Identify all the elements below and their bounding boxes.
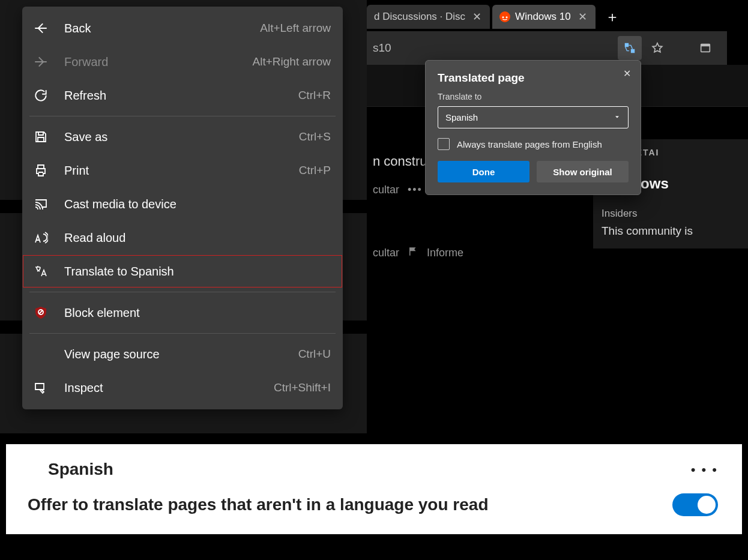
menu-label: Inspect <box>64 381 274 395</box>
inspect-icon <box>33 380 49 396</box>
popover-title: Translated page <box>438 71 629 85</box>
menu-label: Refresh <box>64 89 298 103</box>
translate-icon[interactable] <box>618 36 642 60</box>
translate-to-label: Translate to <box>438 92 629 101</box>
page-text-fragment: cultar <box>373 184 399 196</box>
always-translate-checkbox[interactable]: Always translate pages from English <box>438 138 629 150</box>
ublock-icon <box>33 305 49 321</box>
menu-shortcut: Ctrl+R <box>298 89 331 102</box>
menu-shortcut: Ctrl+U <box>298 348 331 361</box>
read-aloud-icon <box>33 230 49 245</box>
context-menu: Back Alt+Left arrow Forward Alt+Right ar… <box>22 7 343 409</box>
menu-inspect[interactable]: Inspect Ctrl+Shift+I <box>22 371 343 405</box>
community-subtitle: Insiders <box>602 208 740 220</box>
print-icon <box>33 163 49 178</box>
svg-point-1 <box>502 16 504 18</box>
menu-label: Cast media to device <box>64 197 331 211</box>
chevron-down-icon <box>614 112 621 122</box>
menu-read-aloud[interactable]: Read aloud <box>22 221 343 254</box>
community-description: This community is <box>602 224 740 238</box>
menu-block-element[interactable]: Block element <box>22 296 343 330</box>
reddit-icon <box>499 11 510 22</box>
menu-back[interactable]: Back Alt+Left arrow <box>22 11 343 45</box>
translate-language-select[interactable]: Spanish <box>438 106 629 128</box>
menu-cast[interactable]: Cast media to device <box>22 187 343 221</box>
tab-discussions[interactable]: d Discussions · Disc ✕ <box>367 5 490 29</box>
close-icon[interactable]: ✕ <box>576 10 590 23</box>
reading-view-icon[interactable] <box>693 36 717 60</box>
offer-translate-label: Offer to translate pages that aren't in … <box>28 495 489 514</box>
menu-divider <box>29 116 336 116</box>
translate-icon <box>33 263 49 279</box>
menu-label: Print <box>64 164 299 178</box>
save-icon <box>33 129 49 145</box>
menu-refresh[interactable]: Refresh Ctrl+R <box>22 79 343 112</box>
menu-label: Save as <box>64 130 299 144</box>
menu-divider <box>29 333 336 334</box>
svg-point-0 <box>499 11 510 22</box>
show-original-button[interactable]: Show original <box>537 161 629 182</box>
menu-shortcut: Ctrl+Shift+I <box>274 381 331 394</box>
menu-label: View page source <box>64 348 298 361</box>
menu-shortcut: Alt+Right arrow <box>253 55 331 68</box>
checkbox-box <box>438 138 450 150</box>
language-settings-card: Spanish • • • Offer to translate pages t… <box>6 444 742 534</box>
close-icon[interactable]: ✕ <box>470 10 484 23</box>
more-icon[interactable]: ••• <box>408 184 423 196</box>
svg-rect-4 <box>701 44 710 47</box>
address-fragment: s10 <box>367 41 391 55</box>
tab-label: d Discussions · Disc <box>374 11 465 23</box>
select-value: Spanish <box>445 112 478 122</box>
refresh-icon <box>33 88 49 103</box>
menu-print[interactable]: Print Ctrl+P <box>22 154 343 187</box>
more-icon[interactable]: • • • <box>691 462 718 478</box>
cast-icon <box>33 196 49 212</box>
page-text-fragment: cultar <box>373 247 399 259</box>
menu-label: Read aloud <box>64 231 331 245</box>
menu-label: Translate to Spanish <box>64 265 331 278</box>
translate-popover: ✕ Translated page Translate to Spanish A… <box>425 60 641 195</box>
tab-label: Windows 10 <box>515 11 571 23</box>
report-label[interactable]: Informe <box>427 247 463 259</box>
language-name: Spanish <box>48 460 718 479</box>
menu-divider <box>29 292 336 292</box>
close-icon[interactable]: ✕ <box>623 68 631 79</box>
tab-strip: d Discussions · Disc ✕ Windows 10 ✕ ＋ <box>367 5 623 29</box>
menu-shortcut: Alt+Left arrow <box>260 22 331 35</box>
flag-icon[interactable] <box>408 246 418 260</box>
menu-shortcut: Ctrl+P <box>299 164 331 177</box>
new-tab-button[interactable]: ＋ <box>602 6 623 28</box>
done-button[interactable]: Done <box>438 161 529 182</box>
svg-point-2 <box>506 16 508 18</box>
toggle-knob <box>698 496 716 514</box>
menu-translate[interactable]: Translate to Spanish <box>22 254 343 288</box>
back-arrow-icon <box>33 20 49 36</box>
favorite-star-icon[interactable] <box>645 36 669 60</box>
menu-label: Back <box>64 22 260 35</box>
menu-forward: Forward Alt+Right arrow <box>22 45 343 79</box>
forward-arrow-icon <box>33 54 49 70</box>
menu-label: Block element <box>64 306 331 320</box>
tab-windows10[interactable]: Windows 10 ✕ <box>492 5 596 29</box>
menu-label: Forward <box>64 55 253 69</box>
offer-translate-toggle[interactable] <box>672 493 718 516</box>
menu-view-source[interactable]: View page source Ctrl+U <box>22 337 343 371</box>
menu-shortcut: Ctrl+S <box>299 130 331 143</box>
menu-save-as[interactable]: Save as Ctrl+S <box>22 120 343 154</box>
checkbox-label: Always translate pages from English <box>457 139 602 149</box>
